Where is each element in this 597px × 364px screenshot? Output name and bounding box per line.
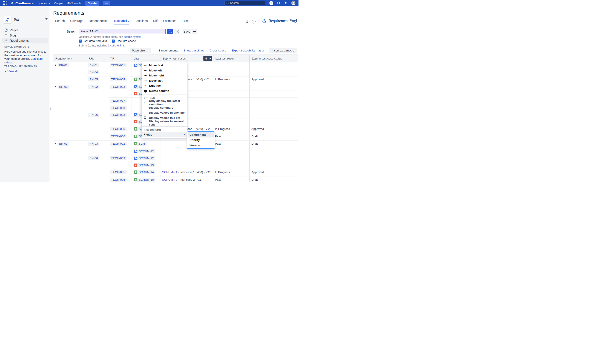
requirement-key-link[interactable]: TECH-006: [110, 178, 126, 182]
requirement-key-link[interactable]: TECH-003: [110, 156, 126, 160]
menu-option-display-summary[interactable]: ✓Display summary: [141, 105, 187, 110]
settings-gear-icon[interactable]: ⚙: [245, 20, 248, 24]
jira-issue-link[interactable]: SCRUM-10: [134, 178, 155, 182]
avatar[interactable]: [291, 1, 295, 5]
confluence-logo[interactable]: Confluence: [10, 1, 34, 5]
requirement-key-link[interactable]: FN-04: [88, 70, 99, 74]
insert-as-macro-button[interactable]: Insert as a macro: [269, 48, 297, 53]
requirement-key-link[interactable]: TECH-004: [110, 77, 126, 81]
create-button[interactable]: Create: [85, 1, 99, 6]
search-label: Search:: [67, 30, 77, 33]
save-button[interactable]: Save: [183, 29, 191, 34]
requirement-key-link[interactable]: TECH-002: [110, 142, 126, 146]
header-label: Last test result: [215, 57, 235, 60]
requirement-key-link[interactable]: BR-01: [58, 63, 69, 67]
expand-chevron-icon[interactable]: ›: [55, 142, 56, 145]
traceability-matrixes-heading: TRACEABILITY MATRIXES: [4, 65, 37, 68]
requirement-key-link[interactable]: FN-03: [88, 142, 99, 146]
delete-circle-icon: ✕: [144, 90, 147, 93]
use-jira-cache-checkbox[interactable]: ✓ Use Jira cache: [112, 39, 136, 43]
requirement-key-link[interactable]: TECH-008: [110, 106, 126, 110]
global-search-input[interactable]: Search: [224, 1, 266, 5]
expand-chevron-icon[interactable]: ›: [55, 85, 56, 88]
jira-issue-link[interactable]: SCR: [134, 142, 147, 146]
menu-item-fields[interactable]: Fields ›: [141, 132, 187, 137]
cell-fr: FN-03: [86, 141, 108, 155]
requirement-key-link[interactable]: TECH-006: [110, 134, 126, 138]
jira-story-icon: [134, 78, 137, 81]
requirement-key-link[interactable]: TECH-005: [110, 170, 126, 174]
requirement-key-link[interactable]: FN-05: [88, 77, 99, 81]
menu-option-label: Display values in several cells: [149, 120, 185, 126]
requirement-key-link[interactable]: BR-03: [58, 142, 69, 146]
get-data-from-jira-checkbox[interactable]: ✓ Get data from Jira: [79, 39, 107, 43]
help-circle-icon[interactable]: ?: [252, 20, 256, 24]
cell-value: Approved: [251, 127, 264, 131]
menu-item-edit-title[interactable]: ✎Edit title: [141, 83, 187, 88]
cell-requirement: ›BR-01: [53, 62, 86, 84]
menu-item-move-first[interactable]: ←Move first: [141, 63, 187, 68]
cell-last-test-result: Pass: [213, 133, 250, 141]
query-input[interactable]: [79, 29, 166, 34]
run-search-button[interactable]: [167, 29, 173, 34]
notifications-bell-icon[interactable]: [284, 1, 287, 5]
submenu-item-priority[interactable]: Priority: [188, 137, 214, 143]
zephyr-test-case-link[interactable]: SCRUM-T1: [162, 171, 177, 174]
jira-issue-link[interactable]: SCRUM-12: [134, 156, 155, 160]
jira-task-icon: [134, 157, 137, 160]
expand-chevron-icon[interactable]: ›: [55, 63, 56, 67]
requirement-key-link[interactable]: TECH-003: [110, 113, 126, 117]
arrow-left-icon: ←: [144, 64, 147, 67]
nav-dbconsole[interactable]: DbConsole: [67, 1, 81, 5]
cell-status: Approved: [250, 76, 298, 84]
jira-issue-link[interactable]: SCRUM-14: [134, 170, 155, 174]
menu-option-display-values-in-one-line[interactable]: Display values in one line: [141, 110, 187, 115]
help-icon[interactable]: ?: [269, 1, 273, 5]
requirement-key-link[interactable]: FN-02: [88, 85, 99, 89]
menu-option-only-display-the-latest-execution[interactable]: ✓Only display the latest execution: [141, 100, 187, 105]
search-syntax-link[interactable]: search syntax: [124, 35, 141, 39]
cross-space-link[interactable]: Cross-space: [210, 49, 226, 52]
requirement-key-link[interactable]: TECH-005: [110, 127, 126, 131]
space-logo[interactable]: [3, 16, 11, 24]
nav-spaces[interactable]: Spaces: [38, 1, 50, 5]
menu-option-display-values-in-several-cells[interactable]: Display values in several cells: [141, 120, 187, 126]
view-all-link[interactable]: View all: [8, 70, 18, 73]
page-size-dropdown[interactable]: Page size: [130, 48, 151, 53]
cell-requirement: ›BR-02: [53, 84, 86, 141]
menu-item-delete-column[interactable]: ✕Delete column: [141, 88, 187, 94]
gear-icon[interactable]: ⚙: [277, 1, 280, 5]
requirement-key-link[interactable]: FN-01: [88, 63, 99, 67]
favorite-star-icon[interactable]: ★: [45, 17, 48, 21]
app-switcher-icon[interactable]: [3, 1, 7, 5]
requirement-key-link[interactable]: TECH-007: [110, 99, 126, 103]
submenu-item-component[interactable]: Component: [188, 132, 214, 137]
menu-item-move-right[interactable]: →Move right: [141, 73, 187, 78]
search-more-button[interactable]: •••: [192, 29, 197, 34]
query-help-button[interactable]: ?: [174, 29, 181, 34]
show-baselines-link[interactable]: Show baselines: [184, 49, 204, 52]
sidebar-item-requirements[interactable]: Requirements: [2, 38, 48, 43]
jira-calls-link[interactable]: 3 calls to Jira: [108, 44, 124, 47]
fields-label: Fields: [144, 133, 152, 136]
cell-fr: FN-06: [86, 112, 108, 141]
cell-last-test-result: In Progress: [213, 169, 250, 177]
requirement-key-link[interactable]: TECH-001: [110, 63, 126, 67]
cell-tr: TECH-006: [108, 177, 132, 182]
nav-people[interactable]: People: [54, 1, 63, 5]
nav-more-button[interactable]: •••: [103, 1, 110, 5]
requirement-key-link[interactable]: FN-06: [88, 156, 99, 160]
menu-item-move-left[interactable]: ←Move left: [141, 68, 187, 73]
zephyr-column-settings-button[interactable]: ⚙: [204, 56, 212, 61]
menu-item-move-last[interactable]: →Move last: [141, 78, 187, 83]
jira-issue-link[interactable]: SCRUM-13: [134, 163, 155, 167]
requirement-key-link[interactable]: FN-06: [88, 113, 99, 117]
cell-status: [250, 84, 298, 91]
sidebar-resize-grip[interactable]: [50, 108, 52, 110]
jira-issue-link[interactable]: SCRUM-12: [134, 149, 155, 153]
export-traceability-link[interactable]: Export traceability matrix: [232, 49, 264, 52]
requirement-key-link[interactable]: TECH-003: [110, 85, 126, 89]
submenu-item-version[interactable]: Version: [188, 143, 214, 148]
zephyr-test-case-link[interactable]: SCRUM-T2: [162, 178, 177, 181]
requirement-key-link[interactable]: BR-02: [58, 85, 69, 89]
